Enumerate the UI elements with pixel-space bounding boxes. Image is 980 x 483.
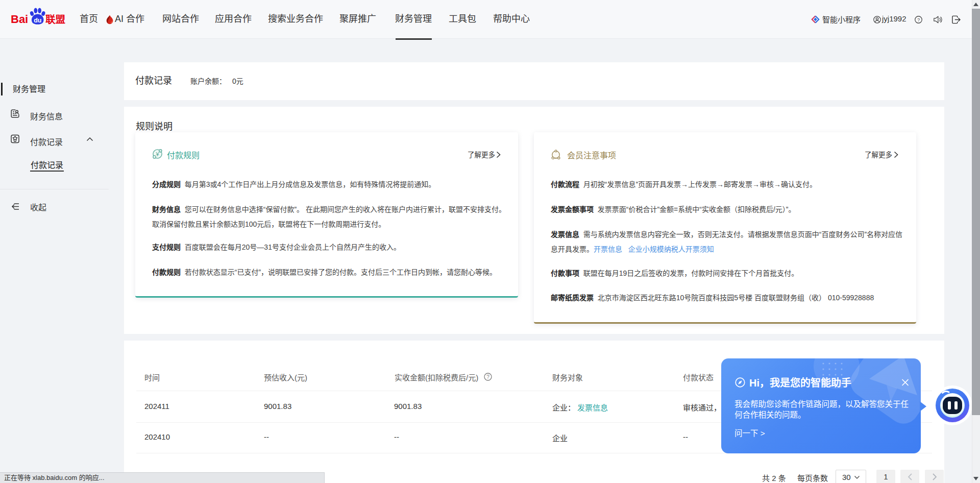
svg-text:?: ? <box>917 17 920 22</box>
svg-text:Bai: Bai <box>11 13 28 25</box>
svg-text:du: du <box>34 17 41 24</box>
svg-text:?: ? <box>486 374 489 380</box>
svg-text:¥: ¥ <box>155 151 159 157</box>
svg-text:联盟: 联盟 <box>45 14 65 25</box>
